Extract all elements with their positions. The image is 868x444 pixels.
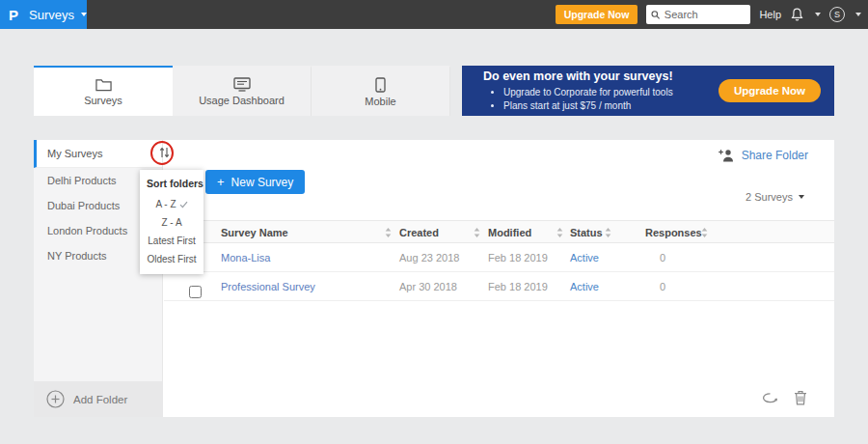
tab-surveys[interactable]: Surveys	[34, 66, 173, 116]
upgrade-banner: Do even more with your surveys! Upgrade …	[462, 66, 834, 116]
dashboard-icon	[233, 77, 251, 92]
responses-count: 0	[660, 272, 665, 301]
circle-plus-icon	[46, 390, 65, 408]
sort-icon[interactable]	[385, 228, 392, 237]
restore-loop-icon	[762, 392, 778, 404]
status-badge: Active	[570, 272, 599, 301]
survey-count-label: 2 Surveys	[746, 191, 793, 203]
survey-name-link[interactable]: Professional Survey	[221, 272, 315, 301]
responses-count: 0	[660, 243, 665, 272]
chevron-down-icon	[81, 13, 87, 16]
surveys-table: Survey Name Created Modified Status Resp…	[164, 220, 834, 301]
notifications-bell-icon[interactable]	[790, 7, 804, 22]
created-date: Apr 30 2018	[399, 272, 457, 301]
share-folder-label: Share Folder	[742, 149, 808, 162]
bell-chevron-icon[interactable]	[815, 13, 821, 16]
banner-bullet: Plans start at just $75 / month	[503, 99, 673, 113]
search-icon	[651, 10, 660, 20]
tab-label: Mobile	[365, 96, 395, 107]
new-survey-label: New Survey	[231, 176, 294, 189]
share-folder-button[interactable]: Share Folder	[719, 149, 808, 162]
banner-text: Do even more with your surveys! Upgrade …	[483, 69, 673, 113]
sort-icon[interactable]	[474, 228, 480, 237]
top-bar: P Surveys Upgrade Now Help S	[0, 0, 868, 29]
menu-item-z-a[interactable]: Z - A	[140, 213, 203, 232]
tabs-banner-card: Surveys Usage Dashboard Mobile Do even m…	[34, 66, 834, 116]
share-folder-person-icon	[719, 149, 735, 162]
help-link[interactable]: Help	[759, 9, 781, 20]
sidebar-item-my-surveys[interactable]: My Surveys	[34, 140, 162, 168]
table-row: Mona-Lisa Aug 23 2018 Feb 18 2019 Active…	[164, 243, 834, 272]
product-menu-label: Surveys	[29, 8, 74, 22]
sort-folders-button[interactable]	[158, 146, 171, 163]
row-checkbox[interactable]	[189, 280, 202, 309]
search-input[interactable]	[665, 9, 746, 20]
sort-arrows-icon	[158, 146, 171, 159]
search-box[interactable]	[646, 5, 750, 24]
menu-item-label: Oldest First	[147, 250, 196, 268]
sort-icon[interactable]	[701, 228, 708, 237]
folder-content: Share Folder + New Survey 2 Surveys Surv…	[164, 140, 834, 417]
banner-bullet: Upgrade to Corporate for powerful tools	[503, 86, 673, 99]
avatar[interactable]: S	[829, 7, 845, 22]
column-header-created[interactable]: Created	[399, 221, 439, 244]
check-icon	[179, 201, 188, 208]
product-switcher[interactable]: P Surveys	[0, 0, 87, 29]
banner-upgrade-button[interactable]: Upgrade Now	[719, 79, 821, 102]
chevron-down-icon	[799, 195, 804, 199]
delete-button[interactable]	[794, 390, 807, 405]
mobile-icon	[375, 77, 386, 93]
page: P Surveys Upgrade Now Help S Surveys	[0, 0, 868, 444]
sort-icon[interactable]	[556, 228, 563, 237]
account-chevron-icon[interactable]	[855, 13, 861, 16]
trash-icon	[794, 390, 807, 405]
restore-button[interactable]	[762, 392, 778, 404]
column-header-modified[interactable]: Modified	[488, 221, 531, 244]
menu-item-a-z[interactable]: A - Z	[140, 195, 203, 213]
column-header-responses[interactable]: Responses	[645, 221, 702, 244]
footer-actions	[762, 390, 807, 405]
checkbox[interactable]	[189, 286, 202, 298]
modified-date: Feb 18 2019	[488, 243, 548, 272]
tab-bar: Surveys Usage Dashboard Mobile	[34, 66, 456, 116]
tab-mobile[interactable]: Mobile	[312, 66, 450, 116]
new-survey-button[interactable]: + New Survey	[205, 170, 305, 194]
sort-folders-menu: Sort folders A - Z Z - A Latest First Ol…	[140, 170, 203, 274]
table-header-row: Survey Name Created Modified Status Resp…	[164, 220, 834, 243]
sort-icon[interactable]	[605, 228, 611, 237]
folder-icon	[95, 78, 112, 92]
menu-item-label: Z - A	[161, 213, 181, 232]
banner-bullets: Upgrade to Corporate for powerful tools …	[483, 86, 673, 113]
survey-name-link[interactable]: Mona-Lisa	[221, 243, 270, 272]
menu-item-label: A - Z	[155, 195, 176, 213]
proprofs-logo: P	[9, 7, 18, 23]
topbar-actions: Upgrade Now Help S	[556, 5, 868, 24]
modified-date: Feb 18 2019	[488, 272, 548, 301]
add-folder-label: Add Folder	[73, 394, 127, 405]
survey-count-dropdown[interactable]: 2 Surveys	[746, 191, 804, 203]
created-date: Aug 23 2018	[399, 243, 459, 272]
tab-label: Surveys	[84, 95, 122, 106]
add-folder-button[interactable]: Add Folder	[34, 381, 163, 417]
menu-item-label: Latest First	[148, 232, 195, 250]
sort-menu-title: Sort folders	[140, 175, 203, 195]
plus-icon: +	[217, 175, 225, 189]
table-row: Professional Survey Apr 30 2018 Feb 18 2…	[164, 272, 834, 301]
column-header-status[interactable]: Status	[570, 221, 603, 244]
tab-usage-dashboard[interactable]: Usage Dashboard	[173, 66, 312, 116]
banner-title: Do even more with your surveys!	[483, 69, 673, 83]
menu-item-latest-first[interactable]: Latest First	[140, 232, 203, 250]
status-badge: Active	[570, 243, 599, 272]
tab-label: Usage Dashboard	[199, 95, 285, 106]
column-header-survey-name[interactable]: Survey Name	[221, 221, 288, 244]
menu-item-oldest-first[interactable]: Oldest First	[140, 250, 203, 268]
upgrade-now-button[interactable]: Upgrade Now	[556, 5, 638, 24]
